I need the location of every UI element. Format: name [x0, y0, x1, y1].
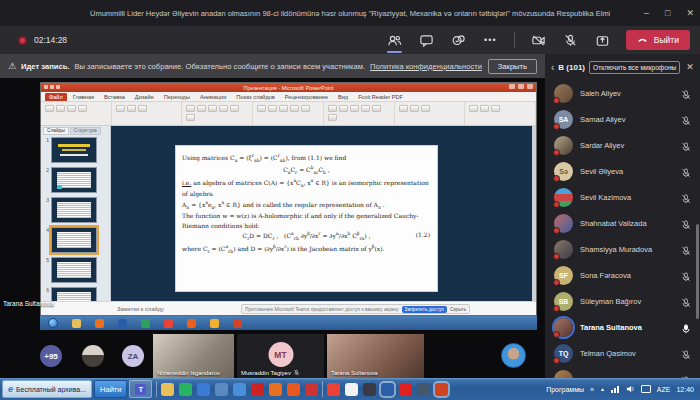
participant-row[interactable]	[545, 366, 700, 378]
skype-icon[interactable]	[215, 383, 228, 396]
programs-label[interactable]: Программы	[546, 386, 584, 393]
app-orange-icon[interactable]	[287, 383, 300, 396]
ribbon-tab[interactable]: Переходы	[160, 93, 194, 101]
ribbon-tab[interactable]: Дизайн	[131, 93, 158, 101]
taskbar-pinned-icons	[161, 383, 318, 396]
slide-thumbnail[interactable]	[51, 197, 97, 223]
participant-row[interactable]: Tarana Sultanova	[545, 314, 700, 340]
participants-icon[interactable]	[386, 33, 403, 48]
browser-taskbar-button[interactable]: e Бесплатный архива...	[2, 380, 92, 398]
privacy-policy-link[interactable]: Политика конфиденциальности	[370, 62, 482, 71]
avatar-initials: Sə	[559, 168, 568, 175]
mic-muted-icon[interactable]	[680, 295, 692, 307]
participant-row[interactable]: SF Sona Fəracova	[545, 262, 700, 288]
participant-row[interactable]: Shamsiyya Muradova	[545, 236, 700, 262]
document-icon[interactable]	[345, 383, 358, 396]
ribbon-tab[interactable]: Главная	[69, 93, 98, 101]
mic-muted-icon[interactable]	[680, 113, 692, 125]
ribbon-tab[interactable]: Рецензирование	[281, 93, 332, 101]
firefox-icon[interactable]	[269, 383, 282, 396]
keyboard-icon[interactable]	[641, 385, 651, 393]
internet-explorer-icon[interactable]	[197, 383, 210, 396]
participant-photo-avatar[interactable]	[501, 343, 526, 368]
mic-muted-icon[interactable]	[680, 269, 692, 281]
notes-pane[interactable]: Заметки к слайду Приложение Microsoft Te…	[41, 301, 536, 315]
teams-taskbar-button[interactable]: T	[129, 380, 152, 398]
participant-name: Sevil Əliyeva	[580, 167, 680, 176]
video-tile[interactable]: Nizameddin Isgandarov	[153, 334, 234, 378]
participant-row[interactable]: TQ Telman Qasimov	[545, 340, 700, 366]
clock[interactable]: 12:40	[676, 386, 694, 393]
reactions-icon[interactable]	[450, 33, 467, 48]
slide-thumbnail[interactable]	[51, 167, 97, 193]
yandex-icon[interactable]	[399, 383, 412, 396]
overflow-participants-badge[interactable]: +95	[40, 345, 62, 367]
mic-off-icon[interactable]	[562, 33, 579, 48]
mic-muted-icon[interactable]	[680, 191, 692, 203]
participant-row[interactable]: Shahnabat Valizada	[545, 210, 700, 236]
photos-icon[interactable]	[233, 383, 246, 396]
leave-button[interactable]: Выйти	[626, 30, 690, 50]
slide-scrollbar[interactable]	[532, 126, 536, 301]
mic-muted-icon[interactable]	[680, 217, 692, 229]
language-indicator[interactable]: AZE	[657, 386, 671, 393]
mic-on-icon[interactable]	[680, 321, 692, 333]
deny-access-button[interactable]: Запретить доступ	[402, 306, 447, 313]
participant-row[interactable]: Sə Sevil Əliyeva	[545, 158, 700, 184]
participant-row[interactable]: SB Süleyman Bağırov	[545, 288, 700, 314]
participant-row[interactable]: Saleh Aliyev	[545, 80, 700, 106]
participant-row[interactable]: SA Samad Aliyev	[545, 106, 700, 132]
ribbon-tab[interactable]: Вставка	[100, 93, 129, 101]
more-options-icon[interactable]: •••	[482, 33, 499, 48]
ribbon-tab[interactable]: Файл	[45, 93, 67, 101]
slide-thumbnail-row: 6	[43, 287, 104, 301]
mute-all-button[interactable]: Отключить все микрофоны	[589, 61, 680, 74]
app-red-icon[interactable]	[251, 383, 264, 396]
app-green-icon[interactable]	[179, 383, 192, 396]
maximize-icon[interactable]: □	[665, 8, 670, 18]
chevron-right-icon[interactable]: »	[590, 386, 594, 393]
powerpoint-icon[interactable]	[435, 383, 448, 396]
mic-muted-icon[interactable]	[680, 165, 692, 177]
mic-muted-icon[interactable]	[680, 139, 692, 151]
banner-close-button[interactable]: Закрыть	[488, 59, 537, 74]
panel-close-icon[interactable]: ✕	[686, 62, 694, 72]
ribbon-tab[interactable]: Foxit Reader PDF	[354, 93, 407, 101]
close-icon[interactable]: ✕	[686, 8, 694, 18]
media-viewer-icon[interactable]	[417, 383, 430, 396]
ribbon-tab[interactable]: Анимации	[196, 93, 230, 101]
back-chevron-icon[interactable]: ‹	[551, 62, 554, 73]
participant-photo-avatar[interactable]	[82, 345, 104, 367]
share-screen-icon[interactable]	[594, 33, 611, 48]
minimize-icon[interactable]: –	[644, 8, 649, 18]
app-dark-icon[interactable]	[363, 383, 376, 396]
slide-thumbnail[interactable]	[51, 137, 97, 163]
hide-notice-button[interactable]: Скрыть	[450, 307, 466, 312]
chrome-icon[interactable]	[327, 383, 340, 396]
explorer-folder-icon[interactable]	[161, 383, 174, 396]
app-crimson-icon[interactable]	[305, 383, 318, 396]
participant-row[interactable]: Sevil Kazimova	[545, 184, 700, 210]
video-tile[interactable]: MT Musraddin Tagiyev	[237, 334, 324, 378]
volume-icon[interactable]	[625, 384, 635, 394]
network-signal-icon[interactable]	[611, 386, 619, 393]
tray-expand-icon[interactable]: ▲	[600, 386, 605, 392]
video-tile[interactable]: Tarana Sultanova	[327, 334, 424, 378]
participant-initials-avatar[interactable]: ZA	[122, 345, 144, 367]
mic-muted-icon[interactable]	[680, 87, 692, 99]
tab-outline[interactable]: Структура	[70, 127, 101, 135]
slide-thumbnail[interactable]	[51, 227, 97, 253]
tab-slides[interactable]: Слайды	[43, 127, 69, 135]
camera-off-icon[interactable]	[530, 33, 547, 48]
search-taskbar-button[interactable]: Найти	[94, 380, 127, 398]
word-icon[interactable]	[381, 383, 394, 396]
participant-row[interactable]: Sardar Aliyev	[545, 132, 700, 158]
mic-muted-icon[interactable]	[680, 243, 692, 255]
slide-thumbnail[interactable]	[51, 257, 97, 283]
mic-muted-icon[interactable]	[680, 347, 692, 359]
ribbon-tab[interactable]: Вид	[334, 93, 352, 101]
participants-scrollbar[interactable]	[696, 224, 699, 319]
chat-icon[interactable]	[418, 33, 435, 48]
ribbon-tab[interactable]: Показ слайдов	[232, 93, 279, 101]
slide-thumbnail[interactable]	[51, 287, 97, 301]
